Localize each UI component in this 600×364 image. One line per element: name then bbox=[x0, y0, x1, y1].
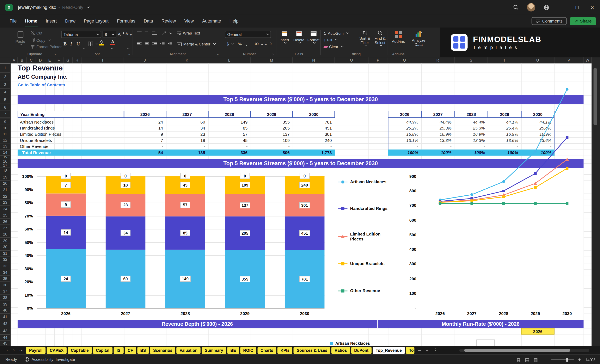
menu-file[interactable]: File bbox=[5, 14, 21, 27]
revenue-value-cell[interactable]: 45 bbox=[208, 137, 251, 143]
row-header-33[interactable]: 33 bbox=[0, 263, 11, 269]
revenue-value-cell[interactable]: - bbox=[251, 143, 293, 150]
revenue-value-cell[interactable]: 205 bbox=[251, 125, 293, 131]
row-header-17[interactable]: 17 bbox=[0, 163, 11, 168]
column-header-J[interactable]: J bbox=[124, 57, 166, 64]
row-header-3[interactable]: 3 bbox=[0, 81, 11, 89]
line-series-handcrafted-rings[interactable] bbox=[439, 136, 568, 203]
add-sheet-icon[interactable]: + bbox=[423, 347, 431, 353]
row-header-19[interactable]: 19 bbox=[0, 174, 11, 181]
revenue-value-cell[interactable]: 451 bbox=[293, 125, 335, 131]
insert-cells-button[interactable]: Insert bbox=[278, 31, 291, 44]
revenue-value-cell[interactable]: 23 bbox=[166, 131, 208, 137]
menu-page-layout[interactable]: Page Layout bbox=[80, 14, 113, 27]
column-header-K[interactable]: K bbox=[166, 57, 208, 64]
menu-view[interactable]: View bbox=[180, 14, 198, 27]
revenue-value-cell[interactable]: 14 bbox=[124, 125, 166, 131]
sheet-tab-sources-uses[interactable]: Sources & Uses bbox=[294, 347, 330, 354]
fill-color-button[interactable] bbox=[99, 40, 103, 46]
borders-button[interactable] bbox=[88, 42, 98, 46]
menu-insert[interactable]: Insert bbox=[42, 14, 61, 27]
line-series-other-revenue[interactable] bbox=[439, 202, 568, 205]
row-header-36[interactable]: 36 bbox=[0, 282, 11, 288]
tab-more-icon[interactable]: ••• bbox=[416, 348, 423, 352]
toc-link[interactable]: Go to Table of Contents bbox=[18, 82, 132, 88]
row-header-26[interactable]: 26 bbox=[0, 218, 11, 225]
number-dialog-launcher[interactable]: ↘ bbox=[272, 53, 274, 56]
revenue-value-cell[interactable]: - bbox=[293, 143, 335, 150]
revenue-value-cell[interactable]: 301 bbox=[293, 131, 335, 137]
column-header-O[interactable]: O bbox=[335, 57, 368, 64]
line-series-artisan-necklaces[interactable] bbox=[439, 88, 569, 201]
row-header-41[interactable]: 41 bbox=[0, 314, 11, 320]
document-title[interactable]: jewelry-making.xlsx - Read-Only bbox=[18, 5, 89, 9]
sheet-tab-be[interactable]: BE bbox=[227, 347, 239, 354]
comments-button[interactable]: Comments bbox=[532, 17, 567, 25]
spreadsheet-grid[interactable]: Top Revenue ABC Company Inc. Go to Table… bbox=[0, 64, 591, 346]
line-series-unique-bracelets[interactable] bbox=[439, 167, 568, 204]
sheet-tab-charts[interactable]: Charts bbox=[257, 347, 276, 354]
column-header-V[interactable]: V bbox=[554, 57, 584, 64]
maximize-button[interactable]: □ bbox=[569, 0, 585, 14]
shrink-font-button[interactable]: A▼ bbox=[125, 32, 132, 36]
zoom-slider-handle[interactable] bbox=[566, 358, 568, 362]
sheet-tab-ratios[interactable]: Ratios bbox=[332, 347, 350, 354]
column-header-W[interactable]: W bbox=[583, 57, 591, 64]
font-color-button[interactable]: A bbox=[110, 40, 115, 45]
wrap-text-button[interactable]: Wrap Text bbox=[177, 31, 200, 35]
revenue-value-cell[interactable]: 57 bbox=[208, 131, 251, 137]
row-header-10[interactable]: 10 bbox=[0, 125, 11, 131]
row-header-22[interactable]: 22 bbox=[0, 193, 11, 200]
share-button[interactable]: ↗ Share bbox=[570, 17, 596, 25]
sheet-tab-dupont[interactable]: DuPont bbox=[351, 347, 372, 354]
row-header-35[interactable]: 35 bbox=[0, 276, 11, 282]
number-format-select[interactable]: General bbox=[225, 31, 271, 38]
row-header-34[interactable]: 34 bbox=[0, 269, 11, 276]
revenue-value-cell[interactable]: - bbox=[208, 143, 251, 150]
menu-automate[interactable]: Automate bbox=[198, 14, 225, 27]
horizontal-scrollbar-thumb[interactable] bbox=[464, 349, 570, 352]
row-header-13[interactable]: 13 bbox=[0, 143, 11, 150]
legend-entry-handcrafted-rings[interactable]: Handcrafted Rings bbox=[338, 206, 394, 211]
close-button[interactable]: × bbox=[585, 0, 600, 14]
column-header-B[interactable]: B bbox=[18, 57, 27, 64]
revenue-value-cell[interactable]: 9 bbox=[124, 131, 166, 137]
normal-view-icon[interactable]: ▦ bbox=[516, 357, 521, 362]
column-header-Q[interactable]: Q bbox=[388, 57, 421, 64]
web-button[interactable] bbox=[539, 0, 554, 14]
revenue-value-cell[interactable]: 85 bbox=[208, 125, 251, 131]
revenue-value-cell[interactable]: 24 bbox=[124, 119, 166, 125]
addins-button[interactable]: Add-ins bbox=[390, 31, 406, 44]
italic-button[interactable]: I bbox=[71, 41, 72, 47]
column-header-A[interactable]: A bbox=[11, 57, 18, 64]
row-header-38[interactable]: 38 bbox=[0, 295, 11, 301]
sheet-tab-captable[interactable]: CapTable bbox=[68, 347, 92, 354]
legend-entry-artisan-necklaces[interactable]: Artisan Necklaces bbox=[338, 179, 394, 184]
zoom-in-button[interactable]: + bbox=[578, 357, 581, 363]
bold-button[interactable]: B bbox=[64, 41, 66, 47]
grow-font-button[interactable]: A▲ bbox=[118, 32, 125, 36]
column-header-L[interactable]: L bbox=[208, 57, 251, 64]
sheet-tab-kpis[interactable]: KPIs bbox=[277, 347, 292, 354]
page-layout-view-icon[interactable]: ▤ bbox=[525, 357, 529, 362]
runrate-year-cell[interactable]: 2026 bbox=[521, 328, 554, 335]
column-header-S[interactable]: S bbox=[455, 57, 488, 64]
row-header-40[interactable]: 40 bbox=[0, 307, 11, 314]
menu-home[interactable]: Home bbox=[21, 14, 42, 27]
cut-button[interactable]: Cut bbox=[31, 31, 42, 35]
revenue-value-cell[interactable]: 7 bbox=[124, 137, 166, 143]
page-break-view-icon[interactable]: ▥ bbox=[534, 357, 538, 362]
revenue-value-cell[interactable]: 18 bbox=[166, 137, 208, 143]
legend-entry-limited-edition-pieces[interactable]: Limited Edition Pieces bbox=[338, 232, 394, 242]
row-header-30[interactable]: 30 bbox=[0, 244, 11, 250]
alignment-dialog-launcher[interactable]: ↘ bbox=[216, 53, 219, 56]
revenue-value-cell[interactable]: 149 bbox=[208, 119, 251, 125]
currency-button[interactable]: $ bbox=[227, 42, 234, 46]
sheet-tab-capital[interactable]: Capital bbox=[93, 347, 112, 354]
row-header-42[interactable]: 42 bbox=[0, 320, 11, 328]
analyze-data-button[interactable]: Analyze Data bbox=[409, 31, 428, 47]
column-header-G[interactable]: G bbox=[64, 57, 73, 64]
revenue-value-cell[interactable]: - bbox=[124, 143, 166, 150]
row-header-9[interactable]: 9 bbox=[0, 119, 11, 125]
menu-data[interactable]: Data bbox=[140, 14, 157, 27]
